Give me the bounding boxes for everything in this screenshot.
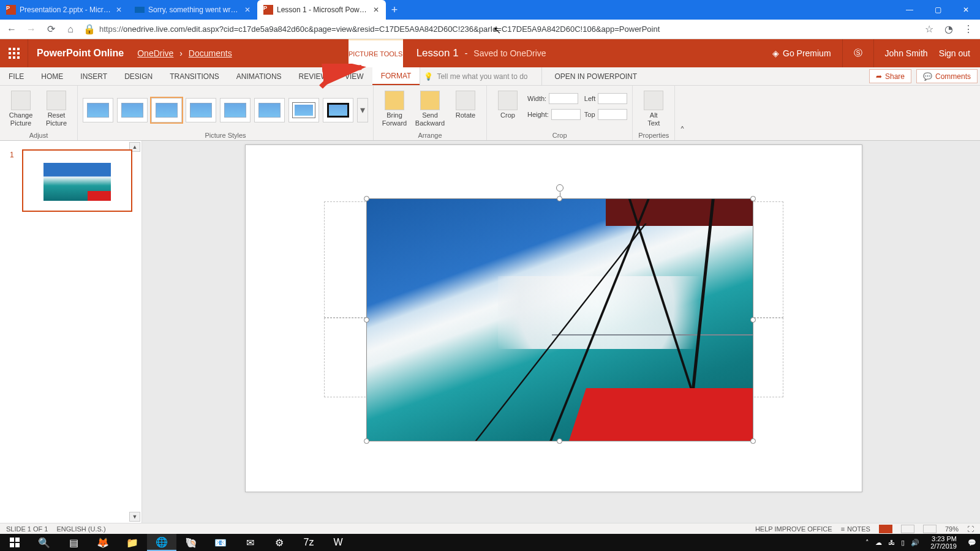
taskbar-outlook[interactable]: 📧: [206, 534, 235, 551]
resize-handle-s[interactable]: [557, 438, 562, 444]
thumb-scroll-down[interactable]: ▼: [129, 512, 140, 522]
tab-close-button[interactable]: ✕: [244, 6, 251, 14]
picture-style-4[interactable]: [186, 98, 216, 122]
height-input[interactable]: [551, 109, 581, 120]
ribbon-tab-review[interactable]: REVIEW: [290, 67, 336, 85]
reset-picture-button[interactable]: ResetPicture: [40, 88, 72, 127]
nav-home-button[interactable]: ⌂: [64, 23, 77, 36]
taskbar-word[interactable]: W: [323, 534, 353, 551]
resize-handle-w[interactable]: [364, 317, 369, 323]
breadcrumb-onedrive[interactable]: OneDrive: [137, 48, 173, 58]
taskbar-mail[interactable]: ✉: [235, 534, 265, 551]
slide-canvas[interactable]: [245, 144, 862, 492]
nav-forward-button[interactable]: →: [24, 23, 38, 36]
taskbar-settings[interactable]: ⚙: [265, 534, 294, 551]
taskbar-app-1[interactable]: 🐚: [176, 534, 206, 551]
slideshow-view-button[interactable]: [901, 525, 914, 533]
selected-picture[interactable]: [367, 199, 753, 441]
taskbar-search-button[interactable]: 🔍: [29, 534, 59, 551]
taskbar-chrome[interactable]: 🌐: [147, 534, 176, 551]
left-input[interactable]: [598, 93, 627, 104]
battery-tray-icon[interactable]: ▯: [901, 539, 905, 547]
ribbon-tab-insert[interactable]: INSERT: [72, 67, 116, 85]
picture-style-8[interactable]: [323, 98, 353, 122]
comments-button[interactable]: 💬Comments: [916, 69, 978, 83]
tab-close-button[interactable]: ✕: [115, 6, 123, 14]
taskbar-explorer[interactable]: 📁: [118, 534, 147, 551]
ribbon-tab-design[interactable]: DESIGN: [116, 67, 161, 85]
open-in-powerpoint-button[interactable]: OPEN IN POWERPOINT: [542, 67, 649, 85]
reading-view-button[interactable]: [923, 525, 937, 533]
chrome-menu-button[interactable]: ⋮: [962, 23, 975, 35]
tray-expand-button[interactable]: ˄: [865, 539, 869, 547]
resize-handle-e[interactable]: [750, 317, 756, 323]
url-field[interactable]: https://onedrive.live.com/edit.aspx?cid=…: [99, 24, 916, 34]
new-tab-button[interactable]: +: [386, 0, 403, 20]
taskbar-firefox[interactable]: 🦊: [88, 534, 118, 551]
rotate-button[interactable]: Rotate: [450, 88, 481, 119]
share-button[interactable]: ➦Share: [869, 69, 911, 83]
document-name[interactable]: Lesson 1: [417, 47, 459, 59]
profile-avatar-button[interactable]: ◔: [942, 23, 956, 35]
onedrive-tray-icon[interactable]: ☁: [875, 539, 882, 547]
sign-out-button[interactable]: Sign out: [939, 48, 970, 58]
normal-view-button[interactable]: [879, 525, 892, 533]
picture-style-2[interactable]: [117, 98, 148, 122]
tab-close-button[interactable]: ✕: [372, 6, 380, 14]
resize-handle-n[interactable]: [557, 196, 562, 201]
picture-style-3[interactable]: [151, 98, 182, 122]
fit-to-window-button[interactable]: ⛶: [967, 525, 974, 533]
nav-reload-button[interactable]: ⟳: [44, 23, 58, 36]
slide-thumbnail-1[interactable]: 1: [22, 149, 132, 212]
skype-button[interactable]: Ⓢ: [854, 48, 862, 59]
ribbon-tab-file[interactable]: FILE: [0, 67, 32, 85]
nav-back-button[interactable]: ←: [5, 23, 18, 36]
app-launcher-button[interactable]: [0, 39, 28, 67]
picture-styles-more-button[interactable]: ▾: [357, 98, 368, 122]
tell-me-search[interactable]: 💡 Tell me what you want to do: [420, 67, 542, 85]
ribbon-tab-home[interactable]: HOME: [32, 67, 72, 85]
bring-forward-button[interactable]: BringForward: [379, 88, 410, 127]
action-center-button[interactable]: 💬: [968, 539, 976, 547]
browser-tab-0[interactable]: P Presentation 2.pptx - Microsoft P ✕: [0, 0, 129, 20]
task-view-button[interactable]: ▤: [59, 534, 88, 551]
window-minimize-button[interactable]: —: [895, 0, 924, 20]
width-input[interactable]: [549, 93, 578, 104]
taskbar-7zip[interactable]: 7z: [294, 534, 323, 551]
ribbon-tab-animations[interactable]: ANIMATIONS: [228, 67, 290, 85]
picture-style-1[interactable]: [83, 98, 113, 122]
resize-handle-se[interactable]: [750, 438, 756, 444]
resize-handle-ne[interactable]: [750, 196, 756, 201]
bookmark-star-button[interactable]: ☆: [922, 23, 936, 35]
picture-style-7[interactable]: [288, 98, 319, 122]
window-maximize-button[interactable]: ▢: [924, 0, 952, 20]
help-improve-button[interactable]: HELP IMPROVE OFFICE: [755, 525, 832, 533]
ribbon-tab-transitions[interactable]: TRANSITIONS: [161, 67, 228, 85]
zoom-level[interactable]: 79%: [945, 525, 959, 533]
picture-style-5[interactable]: [220, 98, 251, 122]
notes-button[interactable]: ≡NOTES: [841, 525, 870, 533]
window-close-button[interactable]: ✕: [952, 0, 980, 20]
picture-style-6[interactable]: [254, 98, 285, 122]
crop-button[interactable]: Crop: [492, 88, 524, 119]
slide-thumbnail-pane[interactable]: ▲ 1 ▼: [0, 141, 142, 523]
user-name[interactable]: John Smith: [885, 48, 928, 58]
go-premium-button[interactable]: ◈ Go Premium: [772, 48, 831, 58]
send-backward-button[interactable]: SendBackward: [414, 88, 446, 127]
browser-tab-2[interactable]: P Lesson 1 - Microsoft PowerPoint ✕: [257, 0, 386, 20]
slide-canvas-area[interactable]: [142, 141, 980, 523]
resize-handle-sw[interactable]: [364, 438, 369, 444]
ribbon-tab-format[interactable]: FORMAT: [372, 67, 420, 85]
browser-tab-1[interactable]: Sorry, something went wrong - C ✕: [129, 0, 257, 20]
resize-handle-nw[interactable]: [364, 196, 369, 201]
top-input[interactable]: [598, 109, 627, 120]
alt-text-button[interactable]: AltText: [638, 88, 669, 127]
rotate-handle[interactable]: [556, 184, 564, 192]
change-picture-button[interactable]: ChangePicture: [5, 88, 37, 127]
breadcrumb-folder[interactable]: Documents: [189, 48, 232, 58]
network-tray-icon[interactable]: 🖧: [888, 539, 895, 546]
taskbar-clock[interactable]: 3:23 PM 2/7/2019: [925, 535, 962, 550]
volume-tray-icon[interactable]: 🔊: [911, 539, 919, 547]
ribbon-collapse-button[interactable]: ˄: [675, 86, 690, 140]
ribbon-tab-view[interactable]: VIEW: [336, 67, 372, 85]
